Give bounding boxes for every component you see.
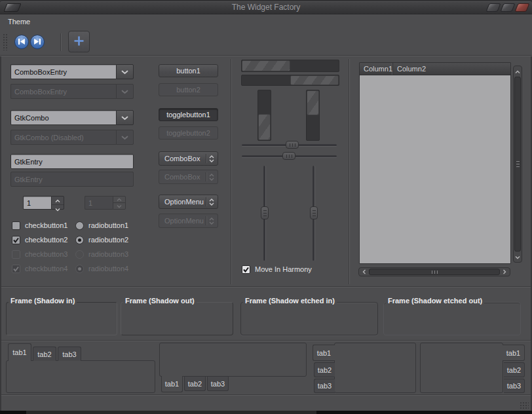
chevron-down-icon: [121, 114, 128, 122]
grip-icon: [263, 210, 267, 216]
notebook-top-tab2[interactable]: tab2: [33, 347, 56, 361]
progressbar-fill: [290, 75, 339, 85]
skip-backward-icon: [18, 38, 26, 47]
treeview-body[interactable]: [360, 75, 510, 263]
combobox-disabled-value: ComboBox: [164, 173, 200, 181]
move-in-harmony-label: Move In Harmony: [255, 265, 312, 273]
spin-down-button[interactable]: [52, 204, 64, 213]
checkbox-checked-icon: [242, 265, 250, 274]
frame-shadow-etched-out-label: Frame (Shadow etched out): [386, 297, 484, 305]
skip-forward-button[interactable]: [30, 35, 45, 49]
chevron-down-icon: [121, 88, 128, 96]
radiobutton2-label: radiobutton2: [88, 236, 128, 244]
add-button[interactable]: [68, 31, 90, 52]
checkbutton3: checkbutton3: [12, 250, 67, 259]
notebook-bottom-tab1[interactable]: tab1: [161, 376, 183, 392]
checkbutton4-label: checkbutton4: [25, 265, 67, 273]
checkbutton2[interactable]: checkbutton2: [12, 235, 67, 244]
frame-shadow-etched-out: [383, 302, 521, 335]
notebook-right-tab1[interactable]: tab1: [503, 345, 525, 361]
chevron-down-icon: [121, 68, 128, 76]
scroll-up-button[interactable]: [514, 67, 522, 75]
column2-header[interactable]: Column2: [393, 63, 510, 75]
menu-theme[interactable]: Theme: [5, 16, 33, 27]
frame-shadow-in-label: Frame (Shadow in): [9, 297, 77, 305]
skip-backward-button[interactable]: [14, 35, 29, 49]
button1[interactable]: button1: [159, 64, 218, 77]
notebook-right-tab3[interactable]: tab3: [504, 379, 525, 393]
gtk-combo-input[interactable]: GtkCombo: [10, 110, 116, 125]
checkbutton2-label: checkbutton2: [25, 236, 67, 244]
gtk-combo-dropdown-button[interactable]: [116, 110, 134, 125]
radio-unselected-icon: [75, 221, 84, 230]
vertical-separator: [231, 59, 232, 284]
checkbutton1[interactable]: checkbutton1: [12, 221, 67, 230]
scroll-right-button[interactable]: [501, 268, 508, 276]
togglebutton1[interactable]: togglebutton1: [159, 108, 218, 121]
vertical-scrollbar-thumb[interactable]: [514, 77, 521, 252]
notebook-left-tab2[interactable]: tab2: [314, 362, 335, 377]
spinbutton-value[interactable]: 1: [23, 196, 51, 210]
checkbox-checked-icon: [12, 265, 20, 273]
chevron-updown-icon: [209, 217, 214, 225]
vertical-separator: [349, 59, 350, 284]
notebook-left-tab1[interactable]: tab1: [313, 345, 335, 361]
grip-icon: [432, 271, 438, 274]
progressbar-vertical-2: [306, 90, 320, 141]
resize-grip-icon[interactable]: [520, 402, 529, 409]
optionmenu[interactable]: OptionMenu: [159, 195, 218, 209]
radiobutton3-label: radiobutton3: [88, 250, 128, 258]
notebook-top-content: [6, 360, 155, 393]
notebook-right-tab2[interactable]: tab2: [504, 362, 525, 377]
chevron-down-icon: [113, 202, 125, 209]
scroll-left-button[interactable]: [361, 268, 368, 276]
hscale2-handle[interactable]: [282, 152, 295, 160]
notebook-top-tab1[interactable]: tab1: [8, 343, 31, 361]
combobox[interactable]: ComboBox: [159, 151, 218, 166]
checkbutton4: checkbutton4: [12, 264, 67, 273]
radiobutton2[interactable]: radiobutton2: [75, 235, 128, 244]
frame-shadow-in: [6, 302, 117, 335]
hscale1-handle[interactable]: [286, 141, 299, 149]
button2-disabled: button2: [159, 83, 218, 96]
scroll-down-button[interactable]: [514, 253, 522, 261]
vscale1-handle[interactable]: [261, 206, 269, 219]
chevron-updown-icon: [209, 174, 214, 181]
horizontal-scrollbar-thumb[interactable]: [369, 269, 500, 275]
notebook-bottom-tab3[interactable]: tab3: [207, 377, 229, 391]
spin-up-button[interactable]: [52, 197, 64, 204]
notebook-top-tab3[interactable]: tab3: [58, 347, 81, 361]
notebook-bottom-tab2[interactable]: tab2: [184, 377, 206, 391]
progressbar-fill: [242, 60, 290, 71]
combo-box-entry-dropdown-button[interactable]: [116, 64, 134, 79]
combo-box-entry-input[interactable]: ComboBoxEntry: [10, 64, 116, 79]
notebook-right-content: [420, 343, 503, 393]
notebook-left-tab3[interactable]: tab3: [314, 379, 335, 393]
move-in-harmony-checkbox[interactable]: Move In Harmony: [242, 265, 312, 274]
frame-shadow-etched-in-label: Frame (Shadow etched in): [243, 297, 337, 305]
chevron-down-icon: [121, 134, 128, 141]
titlebar[interactable]: The Widget Factory: [0, 0, 532, 14]
vertical-scrollbar[interactable]: [513, 66, 522, 263]
gtk-entry-disabled: GtkEntry: [10, 172, 134, 187]
radiobutton1[interactable]: radiobutton1: [75, 221, 128, 230]
radio-selected-icon: [75, 265, 84, 273]
window-title: The Widget Factory: [0, 1, 532, 14]
chevron-down-icon: [515, 253, 520, 261]
combobox-value: ComboBox: [164, 155, 200, 162]
gtk-combo: GtkCombo: [10, 110, 134, 125]
horizontal-scrollbar[interactable]: [358, 267, 510, 276]
grip-icon: [516, 161, 520, 167]
optionmenu-disabled: OptionMenu: [159, 214, 218, 228]
toolbar-drag-handle[interactable]: [3, 33, 7, 50]
grip-icon: [290, 143, 295, 147]
gtk-entry[interactable]: GtkEntry: [10, 154, 134, 169]
grip-icon: [286, 155, 292, 158]
chevron-right-icon: [503, 268, 506, 276]
spinbutton: 1: [23, 196, 64, 210]
chevron-up-icon: [113, 197, 125, 202]
chevron-up-icon: [55, 197, 60, 204]
column1-header[interactable]: Column1: [360, 63, 393, 75]
radiobutton1-label: radiobutton1: [88, 221, 128, 229]
vscale2-handle[interactable]: [310, 206, 318, 219]
